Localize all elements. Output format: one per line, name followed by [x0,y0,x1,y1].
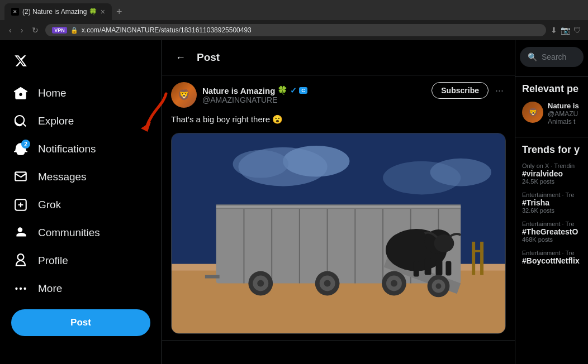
svg-rect-27 [425,258,431,275]
search-icon: 🔍 [528,52,537,61]
app-container: Home Explore 2 Notifications Messages [0,40,588,364]
trend-count-2: 32.6K posts [522,207,581,214]
trend-meta-3: Entertainment · Tre [522,221,581,227]
trend-item-1[interactable]: Only on X · Trendin #viralvideo 24.5K po… [522,162,581,185]
messages-label: Messages [38,171,87,183]
notifications-icon: 2 [13,142,28,156]
sidebar-item-home[interactable]: Home [4,80,157,106]
camera-icon[interactable]: 📷 [561,26,570,35]
back-button[interactable]: ← [171,48,190,67]
svg-point-37 [324,280,331,286]
svg-rect-46 [480,241,483,275]
home-label: Home [38,87,67,99]
shield-icon[interactable]: 🛡 [573,26,581,35]
post-button[interactable]: Post [11,309,150,336]
main-content: ← Post 🦁 Nature is Amazing 🍀 ✓ C [162,40,515,364]
author-info: Nature is Amazing 🍀 ✓ C @AMAZINGNATURE [202,85,307,104]
avatar[interactable]: 🦁 [171,82,197,108]
tab-title: (2) Nature is Amazing 🍀 [22,8,97,16]
messages-icon [13,170,28,184]
communities-icon [13,226,28,240]
trend-meta-1: Only on X · Trendin [522,162,581,169]
sidebar-item-grok[interactable]: Grok [4,192,157,218]
profile-icon [13,253,28,268]
svg-point-40 [391,280,397,286]
post-view-title: Post [197,51,220,64]
right-sidebar: 🔍 Search Relevant pe 🦁 Nature is @AMAZU … [515,40,588,364]
download-icon[interactable]: ⬇ [551,26,557,35]
trend-meta-2: Entertainment · Tre [522,191,581,198]
sidebar-item-profile[interactable]: Profile [4,248,157,274]
author-handle: @AMAZINGNATURE [202,95,307,104]
sidebar-item-communities[interactable]: Communities [4,220,157,246]
avatar-image: 🦁 [171,82,197,108]
svg-point-10 [430,158,491,186]
tweet-actions: Subscribe ··· [431,82,506,99]
tweet-text: That's a big boy right there 😮 [171,113,506,126]
sidebar-item-messages[interactable]: Messages [4,164,157,190]
svg-rect-44 [205,275,220,278]
grok-icon [13,198,28,212]
relevant-people-section: Relevant pe 🦁 Nature is @AMAZU Animals t [515,76,588,137]
relevant-person-item[interactable]: 🦁 Nature is @AMAZU Animals t [522,102,581,126]
communities-label: Communities [38,227,100,239]
notification-count-badge: 2 [21,140,30,149]
svg-point-8 [233,150,288,178]
refresh-button[interactable]: ↻ [30,25,41,36]
svg-rect-45 [472,241,475,275]
media-video-placeholder [172,133,505,333]
svg-rect-47 [472,250,483,252]
more-icon [13,281,28,296]
svg-point-43 [436,283,442,289]
trend-count-1: 24.5K posts [522,178,581,185]
more-label: More [38,282,62,295]
explore-icon [13,114,28,128]
trend-item-3[interactable]: Entertainment · Tre #TheGreatestO 468K p… [522,221,581,243]
browser-chrome: ✕ (2) Nature is Amazing 🍀 × + ‹ › ↻ VPN … [0,0,588,40]
post-header: ← Post [162,40,515,75]
search-box[interactable]: 🔍 Search [520,47,584,67]
explore-label: Explore [38,115,74,127]
svg-point-7 [283,145,349,176]
tweet-container: 🦁 Nature is Amazing 🍀 ✓ C @AMAZINGNATURE… [162,75,515,341]
trend-item-4[interactable]: Entertainment · Tre #BoycottNetflix [522,250,581,265]
vpn-badge: VPN [52,27,67,33]
trend-item-2[interactable]: Entertainment · Tre #Trisha 32.6K posts [522,191,581,214]
tweet-more-button[interactable]: ··· [493,83,506,99]
home-icon [13,86,28,100]
trend-tag-2: #Trisha [522,198,581,207]
address-bar: ‹ › ↻ VPN 🔒 x.com/AMAZINGNATURE/status/1… [0,20,588,40]
forward-button[interactable]: › [18,25,26,36]
tab-favicon: ✕ [11,8,19,16]
svg-rect-28 [436,260,443,275]
back-button[interactable]: ‹ [7,25,14,36]
tweet-author: 🦁 Nature is Amazing 🍀 ✓ C @AMAZINGNATURE [171,82,307,108]
x-logo-icon[interactable] [9,49,32,73]
sidebar-item-notifications[interactable]: 2 Notifications [4,136,157,162]
lock-icon: 🔒 [70,27,78,34]
verified-icon: ✓ [290,86,297,95]
active-tab[interactable]: ✕ (2) Nature is Amazing 🍀 × [4,3,112,20]
relevant-person-name: Nature is [548,102,579,110]
svg-rect-29 [445,261,451,275]
notifications-label: Notifications [38,143,96,155]
svg-point-2 [15,288,17,290]
sidebar: Home Explore 2 Notifications Messages [0,40,162,364]
trends-title: Trends for y [522,144,581,156]
tweet-top: 🦁 Nature is Amazing 🍀 ✓ C @AMAZINGNATURE… [171,82,506,108]
svg-rect-30 [414,261,419,276]
new-tab-button[interactable]: + [112,7,127,17]
svg-rect-23 [216,205,461,208]
back-arrow-icon: ← [176,52,186,64]
sidebar-item-explore[interactable]: Explore [4,108,157,134]
sidebar-item-more[interactable]: More [4,276,157,301]
relevant-person-handle: @AMAZU [548,110,579,118]
sidebar-logo[interactable] [0,45,162,77]
tweet-media[interactable] [171,133,506,334]
tab-close-icon[interactable]: × [101,7,105,16]
svg-point-4 [23,288,26,290]
trend-tag-3: #TheGreatestO [522,227,581,236]
relevant-person-avatar: 🦁 [522,102,543,123]
subscribe-button[interactable]: Subscribe [431,82,489,99]
url-bar[interactable]: VPN 🔒 x.com/AMAZINGNATURE/status/1831611… [45,24,546,36]
